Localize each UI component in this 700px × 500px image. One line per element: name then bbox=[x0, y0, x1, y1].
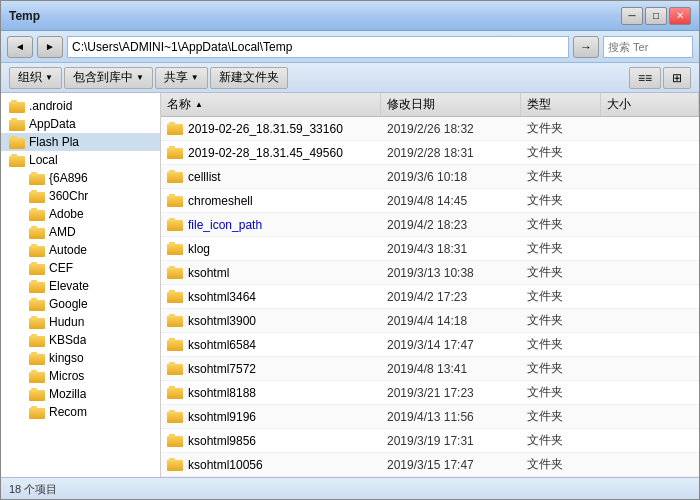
file-size bbox=[601, 343, 699, 347]
table-row[interactable]: ksohtml65842019/3/14 17:47文件夹 bbox=[161, 333, 699, 357]
sidebar-item[interactable]: 360Chr bbox=[1, 187, 160, 205]
view-options-button[interactable]: ≡≡ bbox=[629, 67, 661, 89]
item-count: 18 个项目 bbox=[9, 482, 57, 497]
include-library-button[interactable]: 包含到库中 ▼ bbox=[64, 67, 153, 89]
sidebar-item[interactable]: kingso bbox=[1, 349, 160, 367]
folder-icon bbox=[29, 406, 45, 419]
sidebar-item[interactable]: Local bbox=[1, 151, 160, 169]
file-type: 文件夹 bbox=[521, 286, 601, 307]
search-input[interactable] bbox=[603, 36, 693, 58]
file-name-cell: 2019-02-26_18.31.59_33160 bbox=[161, 120, 381, 138]
folder-icon bbox=[29, 244, 45, 257]
view-toggle-button[interactable]: ⊞ bbox=[663, 67, 691, 89]
go-button[interactable]: → bbox=[573, 36, 599, 58]
table-row[interactable]: ksohtml100562019/3/15 17:47文件夹 bbox=[161, 453, 699, 477]
new-folder-label: 新建文件夹 bbox=[219, 69, 279, 86]
table-row[interactable]: ksohtml98562019/3/19 17:31文件夹 bbox=[161, 429, 699, 453]
sidebar-item-label: Autode bbox=[49, 243, 87, 257]
file-size bbox=[601, 415, 699, 419]
sidebar-item[interactable]: KBSda bbox=[1, 331, 160, 349]
sidebar-item-label: Adobe bbox=[49, 207, 84, 221]
column-date[interactable]: 修改日期 bbox=[381, 93, 521, 116]
organize-arrow-icon: ▼ bbox=[45, 73, 53, 82]
sidebar-item[interactable]: .android bbox=[1, 97, 160, 115]
table-row[interactable]: 2019-02-26_18.31.59_331602019/2/26 18:32… bbox=[161, 117, 699, 141]
table-row[interactable]: celllist2019/3/6 10:18文件夹 bbox=[161, 165, 699, 189]
sidebar-item[interactable]: Autode bbox=[1, 241, 160, 259]
table-row[interactable]: klog2019/4/3 18:31文件夹 bbox=[161, 237, 699, 261]
file-size bbox=[601, 367, 699, 371]
sidebar-item[interactable]: {6A896 bbox=[1, 169, 160, 187]
file-name: ksohtml6584 bbox=[188, 338, 256, 352]
status-bar: 18 个项目 bbox=[1, 477, 699, 500]
file-date: 2019/4/4 14:18 bbox=[381, 312, 521, 330]
sidebar-item-label: Elevate bbox=[49, 279, 89, 293]
share-button[interactable]: 共享 ▼ bbox=[155, 67, 208, 89]
file-type: 文件夹 bbox=[521, 358, 601, 379]
sidebar-item-label: Local bbox=[29, 153, 58, 167]
sidebar-item[interactable]: AMD bbox=[1, 223, 160, 241]
back-button[interactable]: ◄ bbox=[7, 36, 33, 58]
table-row[interactable]: ksohtml2019/3/13 10:38文件夹 bbox=[161, 261, 699, 285]
table-row[interactable]: ksohtml75722019/4/8 13:41文件夹 bbox=[161, 357, 699, 381]
folder-icon bbox=[167, 434, 183, 447]
file-date: 2019/3/6 10:18 bbox=[381, 168, 521, 186]
sidebar-item[interactable]: Recom bbox=[1, 403, 160, 421]
forward-button[interactable]: ► bbox=[37, 36, 63, 58]
sidebar-item[interactable]: Mozilla bbox=[1, 385, 160, 403]
file-size bbox=[601, 391, 699, 395]
sidebar-item[interactable]: AppData bbox=[1, 115, 160, 133]
file-name-cell: klog bbox=[161, 240, 381, 258]
file-name: ksohtml3900 bbox=[188, 314, 256, 328]
sidebar-item[interactable]: Google bbox=[1, 295, 160, 313]
include-library-arrow-icon: ▼ bbox=[136, 73, 144, 82]
file-name: ksohtml bbox=[188, 266, 229, 280]
sidebar-item[interactable]: Flash Pla bbox=[1, 133, 160, 151]
folder-icon bbox=[29, 226, 45, 239]
sidebar-item[interactable]: Micros bbox=[1, 367, 160, 385]
title-bar: Temp ─ □ ✕ bbox=[1, 1, 699, 31]
sidebar-item[interactable]: Elevate bbox=[1, 277, 160, 295]
include-library-label: 包含到库中 bbox=[73, 69, 133, 86]
folder-icon bbox=[167, 170, 183, 183]
file-date: 2019/4/3 18:31 bbox=[381, 240, 521, 258]
file-name: ksohtml10056 bbox=[188, 458, 263, 472]
sidebar-item[interactable]: Hudun bbox=[1, 313, 160, 331]
close-button[interactable]: ✕ bbox=[669, 7, 691, 25]
organize-button[interactable]: 组织 ▼ bbox=[9, 67, 62, 89]
main-area: .androidAppDataFlash PlaLocal{6A896360Ch… bbox=[1, 93, 699, 477]
sidebar-item-label: CEF bbox=[49, 261, 73, 275]
column-type[interactable]: 类型 bbox=[521, 93, 601, 116]
file-date: 2019/4/2 18:23 bbox=[381, 216, 521, 234]
file-name: celllist bbox=[188, 170, 221, 184]
column-name[interactable]: 名称 ▲ bbox=[161, 93, 381, 116]
minimize-button[interactable]: ─ bbox=[621, 7, 643, 25]
file-name: file_icon_path bbox=[188, 218, 262, 232]
folder-icon bbox=[167, 218, 183, 231]
table-row[interactable]: ksohtml81882019/3/21 17:23文件夹 bbox=[161, 381, 699, 405]
sidebar-item-label: .android bbox=[29, 99, 72, 113]
new-folder-button[interactable]: 新建文件夹 bbox=[210, 67, 288, 89]
file-type: 文件夹 bbox=[521, 166, 601, 187]
table-row[interactable]: file_icon_path2019/4/2 18:23文件夹 bbox=[161, 213, 699, 237]
folder-icon bbox=[29, 316, 45, 329]
sidebar-item[interactable]: CEF bbox=[1, 259, 160, 277]
table-row[interactable]: ksohtml39002019/4/4 14:18文件夹 bbox=[161, 309, 699, 333]
sidebar-item-label: Hudun bbox=[49, 315, 84, 329]
folder-icon bbox=[9, 100, 25, 113]
file-type: 文件夹 bbox=[521, 262, 601, 283]
sidebar-item[interactable]: Adobe bbox=[1, 205, 160, 223]
file-type: 文件夹 bbox=[521, 238, 601, 259]
file-type: 文件夹 bbox=[521, 118, 601, 139]
maximize-button[interactable]: □ bbox=[645, 7, 667, 25]
address-input[interactable] bbox=[67, 36, 569, 58]
file-size bbox=[601, 127, 699, 131]
folder-icon bbox=[167, 410, 183, 423]
table-row[interactable]: chromeshell2019/4/8 14:45文件夹 bbox=[161, 189, 699, 213]
column-size[interactable]: 大小 bbox=[601, 93, 699, 116]
table-row[interactable]: 2019-02-28_18.31.45_495602019/2/28 18:31… bbox=[161, 141, 699, 165]
table-row[interactable]: ksohtml34642019/4/2 17:23文件夹 bbox=[161, 285, 699, 309]
sidebar-item-label: 360Chr bbox=[49, 189, 88, 203]
table-row[interactable]: ksohtml91962019/4/13 11:56文件夹 bbox=[161, 405, 699, 429]
file-size bbox=[601, 199, 699, 203]
